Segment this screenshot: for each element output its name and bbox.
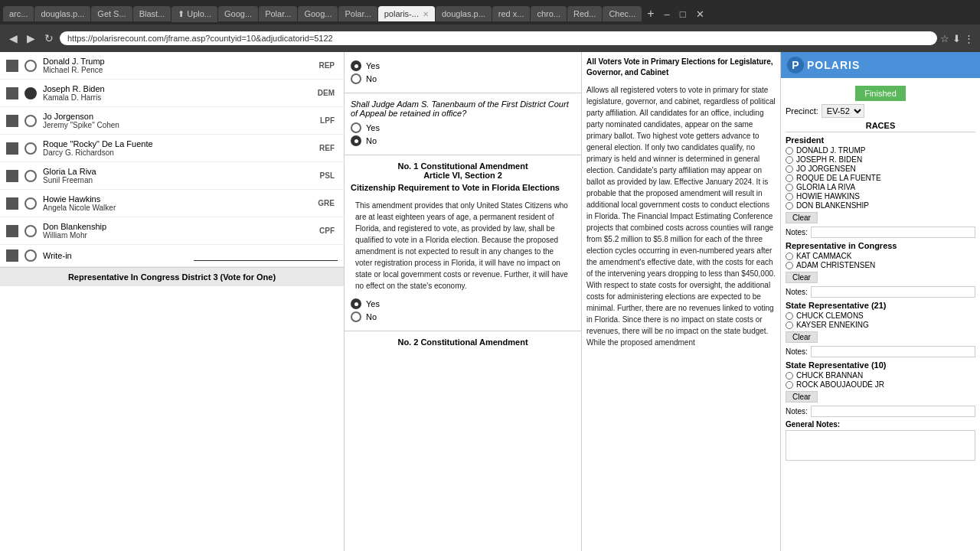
race-radio-gloria[interactable] <box>786 184 793 191</box>
race-option-christensen[interactable]: ADAM CHRISTENSEN <box>786 261 975 269</box>
rep-congress-notes-row: Notes: <box>786 286 975 298</box>
state-rep-10-clear-button[interactable]: Clear <box>786 391 818 403</box>
race-radio-donb[interactable] <box>786 202 793 210</box>
checkbox-hawkins[interactable] <box>6 197 18 210</box>
radio-trump[interactable] <box>24 60 37 72</box>
checkbox-delafuente[interactable] <box>6 142 18 155</box>
checkbox-glorialriva[interactable] <box>6 170 18 182</box>
race-option-donb[interactable]: DON BLANKENSHIP <box>786 201 975 210</box>
radio-writein[interactable] <box>24 249 37 262</box>
maximize-button[interactable]: □ <box>675 7 691 21</box>
checkbox-trump[interactable] <box>6 60 18 72</box>
tab-gets[interactable]: Get S... <box>91 6 132 21</box>
tab-uplo[interactable]: ⬆ Uplo... <box>172 6 217 22</box>
race-radio-christensen[interactable] <box>786 262 793 269</box>
judge2-yes-option[interactable]: Yes <box>351 122 575 133</box>
race-radio-enneking[interactable] <box>786 321 793 329</box>
race-radio-clemons[interactable] <box>786 312 793 320</box>
radio-jorgenson[interactable] <box>24 115 37 127</box>
finished-button[interactable]: Finished <box>855 86 906 101</box>
state-rep-21-clear-button[interactable]: Clear <box>786 331 818 343</box>
refresh-button[interactable]: ↻ <box>41 31 57 46</box>
tab-arc[interactable]: arc... <box>3 6 34 21</box>
race-option-enneking[interactable]: KAYSER ENNEKING <box>786 321 975 329</box>
tab-chro[interactable]: chro... <box>531 6 567 21</box>
judge-yes-radio[interactable] <box>351 60 361 71</box>
amend1-no-option[interactable]: No <box>351 311 575 322</box>
race-option-trump[interactable]: DONALD J. TRUMP <box>786 146 975 155</box>
judge2-no-radio[interactable] <box>351 135 361 146</box>
race-option-roque[interactable]: ROQUE DE LA FUENTE <box>786 174 975 182</box>
judge2-yes-radio[interactable] <box>351 122 361 133</box>
race-option-jorgensen[interactable]: JO JORGENSEN <box>786 165 975 173</box>
close-button[interactable]: ✕ <box>691 7 709 21</box>
race-radio-roque[interactable] <box>786 174 793 182</box>
polaris-logo: P <box>787 57 804 73</box>
tab-goog1[interactable]: Goog... <box>218 6 258 21</box>
tab-polaris-active[interactable]: polaris-... ✕ <box>378 6 435 21</box>
tab-goog2[interactable]: Goog... <box>298 6 338 21</box>
race-option-howie[interactable]: HOWIE HAWKINS <box>786 192 975 201</box>
races-header: RACES <box>786 121 975 132</box>
checkbox-biden[interactable] <box>6 87 18 99</box>
rep-congress-notes-input[interactable] <box>811 286 975 298</box>
ballot-info-panel: All Voters Vote in Primary Elections for… <box>582 52 781 551</box>
tab-douglas1[interactable]: douglas.p... <box>34 6 90 21</box>
back-button[interactable]: ◀ <box>6 31 21 46</box>
judge-no-radio[interactable] <box>351 73 361 84</box>
race-radio-biden[interactable] <box>786 156 793 164</box>
state-rep-21-notes-input[interactable] <box>811 346 975 357</box>
new-tab-button[interactable]: + <box>642 7 658 21</box>
tab-polar1[interactable]: Polar... <box>259 6 297 21</box>
race-radio-aboujaoud[interactable] <box>786 381 793 389</box>
checkbox-writein[interactable] <box>6 249 18 262</box>
extensions-button[interactable]: ⋮ <box>964 33 974 44</box>
radio-glorialriva[interactable] <box>24 170 37 182</box>
race-radio-cammack[interactable] <box>786 253 793 260</box>
download-button[interactable]: ⬇ <box>952 33 961 44</box>
checkbox-jorgenson[interactable] <box>6 115 18 127</box>
amend1-yes-radio[interactable] <box>351 298 361 309</box>
candidate-row-jorgenson: Jo Jorgenson Jeremy "Spike" Cohen LPF <box>0 107 344 135</box>
judge2-no-option[interactable]: No <box>351 135 575 146</box>
race-option-biden[interactable]: JOSEPH R. BIDEN <box>786 155 975 164</box>
general-notes-textarea[interactable] <box>786 430 975 461</box>
state-rep-10-notes-input[interactable] <box>811 406 975 417</box>
president-clear-button[interactable]: Clear <box>786 212 818 223</box>
radio-hawkins[interactable] <box>24 197 37 210</box>
tab-douglas2[interactable]: douglas.p... <box>436 6 492 21</box>
race-option-brannan[interactable]: CHUCK BRANNAN <box>786 371 975 380</box>
race-radio-brannan[interactable] <box>786 372 793 380</box>
rep-congress-title: Representative in Congress <box>786 241 975 250</box>
race-option-clemons[interactable]: CHUCK CLEMONS <box>786 311 975 320</box>
party-blankenship: CPF <box>316 227 338 235</box>
judge-no-option[interactable]: No <box>351 73 575 84</box>
precinct-select[interactable]: EV-52 <box>822 104 864 118</box>
race-radio-howie[interactable] <box>786 193 793 201</box>
race-option-cammack[interactable]: KAT CAMMACK <box>786 252 975 260</box>
judge-yes-option[interactable]: Yes <box>351 60 575 71</box>
tab-blast[interactable]: Blast... <box>133 6 172 21</box>
tab-red[interactable]: red x... <box>492 6 531 21</box>
bookmark-button[interactable]: ☆ <box>940 33 949 44</box>
race-radio-trump[interactable] <box>786 147 793 155</box>
president-notes-input[interactable] <box>811 227 975 238</box>
minimize-button[interactable]: – <box>660 7 675 21</box>
radio-blankenship[interactable] <box>24 225 37 237</box>
tab-redx[interactable]: Red... <box>567 6 602 21</box>
forward-button[interactable]: ▶ <box>24 31 38 46</box>
amend1-no-radio[interactable] <box>351 311 361 322</box>
checkbox-blankenship[interactable] <box>6 225 18 237</box>
race-option-aboujaoud[interactable]: ROCK ABOUJAOUDÉ JR <box>786 380 975 389</box>
race-state-rep-21: State Representative (21) CHUCK CLEMONS … <box>786 301 975 357</box>
race-radio-jorgensen[interactable] <box>786 165 793 173</box>
radio-delafuente[interactable] <box>24 142 37 155</box>
tab-chec[interactable]: Chec... <box>603 6 642 21</box>
rep-congress-clear-button[interactable]: Clear <box>786 272 818 283</box>
amendment-1-subtitle: Citizenship Requirement to Vote in Flori… <box>351 183 575 192</box>
amend1-yes-option[interactable]: Yes <box>351 298 575 309</box>
tab-polar2[interactable]: Polar... <box>338 6 377 21</box>
address-bar[interactable] <box>60 31 937 45</box>
race-option-gloria[interactable]: GLORIA LA RIVA <box>786 183 975 191</box>
radio-biden[interactable] <box>24 87 37 99</box>
